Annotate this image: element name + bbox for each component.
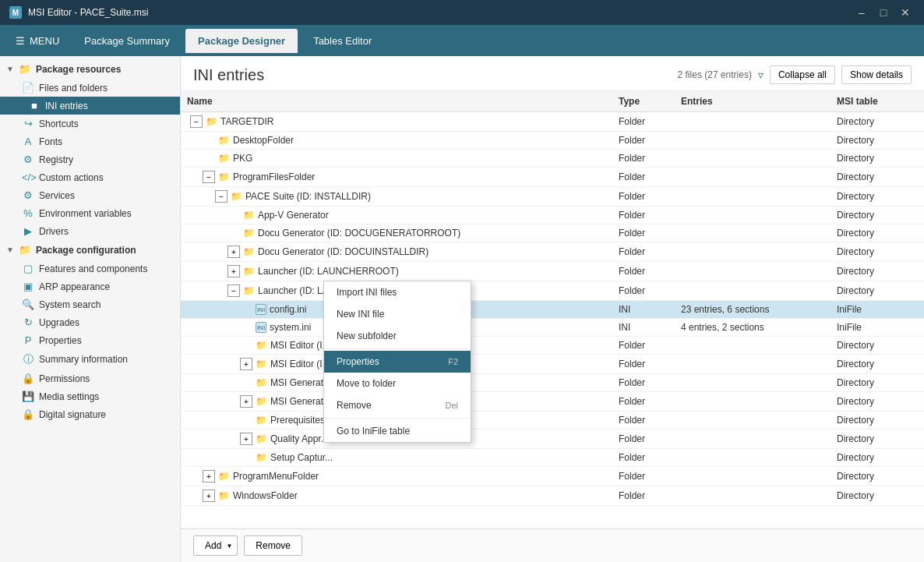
context-separator: [324, 418, 471, 419]
table-row[interactable]: INI config.ini INI 23 entries, 6 section…: [181, 301, 924, 319]
sidebar-item-media-settings[interactable]: 💾 Media settings: [0, 387, 180, 405]
sidebar-item-fonts[interactable]: A Fonts: [0, 133, 180, 150]
table-row[interactable]: + 📁 ProgramMenuFolder Folder Directory: [181, 467, 924, 486]
cell-type: Folder: [612, 412, 675, 429]
context-item-new-subfolder[interactable]: New subfolder: [324, 325, 471, 347]
table-row[interactable]: − 📁 ProgramFilesFolder Folder Directory: [181, 168, 924, 187]
remove-button[interactable]: Remove: [244, 535, 302, 556]
media-icon: 💾: [22, 391, 34, 402]
table-row[interactable]: − 📁 Launcher (ID: LAUNCHERINSTALLDIR) Fo…: [181, 281, 924, 301]
cell-msi-table: Directory: [831, 187, 924, 207]
table-row[interactable]: 📁 DesktopFolder Folder Directory: [181, 132, 924, 150]
table-row[interactable]: + 📁 MSI Editor (I... Folder Directory: [181, 355, 924, 374]
table-row[interactable]: − 📁 PACE Suite (ID: INSTALLDIR) Folder D…: [181, 187, 924, 207]
row-name-text: ProgramMenuFolder: [233, 471, 319, 482]
expand-btn[interactable]: +: [240, 395, 252, 408]
collapse-btn[interactable]: −: [203, 171, 215, 183]
minimize-button[interactable]: –: [852, 3, 871, 22]
sidebar-item-files-and-folders[interactable]: 📄 Files and folders: [0, 79, 180, 97]
close-button[interactable]: ✕: [896, 3, 915, 22]
section-package-configuration[interactable]: ▼ 📁 Package configuration: [0, 240, 180, 260]
cell-entries: [675, 187, 831, 207]
collapse-btn[interactable]: −: [227, 285, 240, 297]
sidebar-item-arp-appearance[interactable]: ▣ ARP appearance: [0, 277, 180, 295]
table-row[interactable]: 📁 PKG Folder Directory: [181, 150, 924, 168]
collapse-all-button[interactable]: Collapse all: [770, 65, 835, 84]
section-package-resources[interactable]: ▼ 📁 Package resources: [0, 59, 180, 79]
sidebar-item-properties[interactable]: P Properties: [0, 331, 180, 349]
table-row[interactable]: 📁 Setup Captur... Folder Directory: [181, 449, 924, 467]
context-item-move-to-folder[interactable]: Move to folder: [324, 373, 471, 394]
cell-name: 📁 Docu Generator (ID: DOCUGENERATORROOT): [181, 224, 612, 242]
cell-entries: [675, 242, 831, 262]
sidebar-item-registry[interactable]: ⚙ Registry: [0, 150, 180, 168]
table-row[interactable]: + 📁 WindowsFolder Folder Directory: [181, 486, 924, 506]
cell-msi-table: Directory: [831, 467, 924, 486]
cell-name: − 📁 TARGETDIR: [181, 112, 612, 132]
table-row[interactable]: 📁 MSI Editor (I... Folder Directory: [181, 337, 924, 355]
hamburger-icon: ☰: [16, 35, 25, 47]
shortcut-icon: ↪: [22, 118, 34, 129]
table-row[interactable]: + 📁 Launcher (ID: LAUNCHERROOT) Folder D…: [181, 262, 924, 281]
context-item-properties[interactable]: PropertiesF2: [324, 351, 471, 373]
maximize-button[interactable]: □: [874, 3, 893, 22]
cell-type: Folder: [612, 224, 675, 242]
cell-type: Folder: [612, 168, 675, 187]
context-item-remove[interactable]: RemoveDel: [324, 394, 471, 416]
folder-row-icon: 📁: [256, 396, 267, 407]
context-item-goto-inifile[interactable]: Go to IniFile table: [324, 420, 471, 442]
context-item-import-ini[interactable]: Import INI files: [324, 281, 471, 303]
cell-msi-table: Directory: [831, 224, 924, 242]
expand-btn[interactable]: +: [240, 358, 252, 370]
content-area: INI entries 2 files (27 entries) ▿ Colla…: [181, 56, 924, 562]
menu-button[interactable]: ☰ MENU: [6, 30, 69, 51]
expand-btn[interactable]: +: [227, 246, 240, 258]
sidebar-item-permissions[interactable]: 🔒 Permissions: [0, 369, 180, 387]
sidebar-item-custom-actions[interactable]: </> Custom actions: [0, 168, 180, 186]
collapse-btn[interactable]: −: [190, 115, 203, 128]
cell-entries: [675, 132, 831, 150]
sidebar-item-upgrades[interactable]: ↻ Upgrades: [0, 313, 180, 331]
filter-icon[interactable]: ▿: [758, 69, 764, 81]
table-row[interactable]: 📁 Prerequisites Folder Directory: [181, 412, 924, 429]
table-row[interactable]: + 📁 MSI Generato... Folder Directory: [181, 392, 924, 412]
sidebar-item-environment-variables[interactable]: % Environment variables: [0, 204, 180, 222]
table-row[interactable]: 📁 App-V Generator Folder Directory: [181, 207, 924, 224]
sidebar-item-shortcuts[interactable]: ↪ Shortcuts: [0, 115, 180, 133]
table-row[interactable]: 📁 Docu Generator (ID: DOCUGENERATORROOT)…: [181, 224, 924, 242]
context-item-new-ini[interactable]: New INI file: [324, 303, 471, 325]
drivers-icon: ▶: [22, 225, 34, 237]
table-row[interactable]: 📁 MSI Generato... Folder Directory: [181, 374, 924, 392]
expand-btn[interactable]: +: [227, 265, 240, 277]
cell-entries: [675, 486, 831, 506]
show-details-button[interactable]: Show details: [841, 65, 912, 84]
chevron-down-icon2: ▼: [6, 246, 14, 254]
tab-package-summary[interactable]: Package Summary: [72, 29, 182, 53]
sidebar-item-summary-information[interactable]: ⓘ Summary information: [0, 349, 180, 369]
table-row[interactable]: − 📁 TARGETDIR Folder Directory: [181, 112, 924, 132]
table-row[interactable]: INI system.ini INI 4 entries, 2 sections…: [181, 319, 924, 337]
cell-entries: [675, 392, 831, 412]
table-row[interactable]: + 📁 Quality Appr... Folder Directory: [181, 429, 924, 449]
collapse-btn[interactable]: −: [215, 190, 227, 203]
sidebar-item-ini-entries[interactable]: ■ INI entries: [0, 97, 180, 115]
table-row[interactable]: + 📁 Docu Generator (ID: DOCUINSTALLDIR) …: [181, 242, 924, 262]
sidebar-item-system-search[interactable]: 🔍 System search: [0, 295, 180, 313]
file-count: 2 files (27 entries): [678, 69, 752, 80]
properties-icon: P: [22, 334, 34, 346]
title-bar: M MSI Editor - PACE_Suite.msi – □ ✕: [0, 0, 924, 25]
add-button[interactable]: Add: [193, 535, 238, 556]
sidebar-item-digital-signature[interactable]: 🔒 Digital signature: [0, 405, 180, 423]
tab-package-designer[interactable]: Package Designer: [185, 29, 298, 53]
sidebar-item-features-and-components[interactable]: ▢ Features and components: [0, 260, 180, 277]
folder-row-icon: 📁: [256, 377, 267, 388]
expand-btn[interactable]: +: [203, 490, 215, 502]
folder-row-icon: 📁: [231, 191, 242, 202]
expand-btn[interactable]: +: [203, 470, 215, 482]
sidebar-item-drivers[interactable]: ▶ Drivers: [0, 222, 180, 240]
tab-tables-editor[interactable]: Tables Editor: [301, 29, 384, 53]
expand-btn[interactable]: +: [240, 433, 252, 445]
cell-type: Folder: [612, 150, 675, 168]
sidebar-item-services[interactable]: ⚙ Services: [0, 186, 180, 204]
shortcut-key: F2: [448, 357, 458, 366]
